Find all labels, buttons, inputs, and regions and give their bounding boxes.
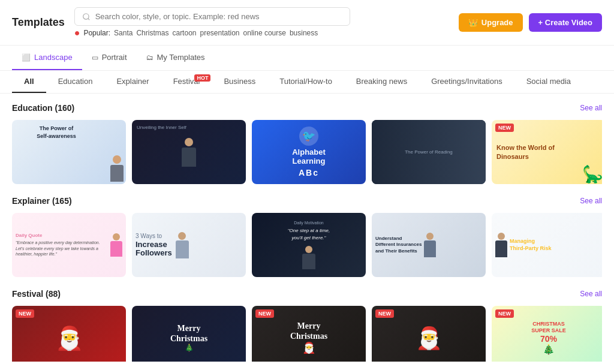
- popular-dot: ●: [74, 28, 80, 38]
- new-badge-fest4: NEW: [375, 309, 394, 318]
- edu-card-3-char: 🐦: [299, 127, 318, 146]
- exp-card-4[interactable]: UnderstandDifferent Insurancesand Their …: [372, 213, 486, 277]
- exp-card-2-title: IncreaseFollowers: [136, 240, 172, 258]
- edu-card-5-text: Know the World ofDinosaurs: [496, 143, 555, 161]
- main-content: Education (160) See all The Power ofSelf…: [0, 94, 614, 362]
- exp-card-2[interactable]: 3 Ways to IncreaseFollowers: [132, 213, 246, 277]
- edu-card-2[interactable]: Unveiling the Inner Self: [132, 120, 246, 184]
- my-templates-label: My Templates: [157, 53, 205, 62]
- section-header-festival: Festival (88) See all: [12, 289, 602, 299]
- edu-card-2-text: Unveiling the Inner Self: [137, 125, 186, 130]
- exp-card-3-person: [302, 246, 315, 269]
- fest-card-4[interactable]: NEW 🎅: [372, 306, 486, 362]
- fest-card-1[interactable]: NEW 🎅: [12, 306, 126, 362]
- exp-card-4-person: [424, 233, 436, 257]
- section-title-festival: Festival (88): [12, 289, 61, 299]
- education-cards-row: The Power ofSelf-awareness Unveiling the…: [12, 120, 602, 184]
- exp-card-5-overlay: ManagingThird-Party Risk: [492, 213, 602, 277]
- popular-tag-cartoon[interactable]: cartoon: [172, 29, 196, 37]
- portrait-label: Portrait: [102, 53, 127, 62]
- edu-card-4-text: The Power of Reading: [405, 149, 453, 155]
- create-label: + Create Video: [538, 18, 592, 27]
- section-title-education: Education (160): [12, 103, 74, 113]
- see-all-explainer[interactable]: See all: [580, 197, 602, 205]
- see-all-festival[interactable]: See all: [580, 290, 602, 298]
- exp-card-2-overlay: 3 Ways to IncreaseFollowers: [132, 213, 246, 277]
- tab-my-templates[interactable]: 🗂 My Templates: [137, 46, 215, 70]
- section-title-explainer: Explainer (165): [12, 196, 72, 206]
- tab-landscape[interactable]: ⬜ Landscape: [12, 46, 82, 70]
- tab-portrait[interactable]: ▭ Portrait: [82, 46, 137, 70]
- new-badge-fest1: NEW: [16, 309, 34, 318]
- fest-card-3[interactable]: NEW MerryChristmas 🎅: [252, 306, 366, 362]
- new-badge-edu5: NEW: [495, 124, 514, 132]
- edu-card-4-overlay: The Power of Reading: [372, 120, 486, 184]
- exp-card-2-sub: 3 Ways to: [136, 233, 172, 239]
- edu-card-4[interactable]: The Power of Reading: [372, 120, 486, 184]
- header: Templates ● Popular: Santa Christmas car…: [0, 0, 614, 46]
- page-title: Templates: [12, 16, 65, 29]
- header-actions: 👑 Upgrade + Create Video: [459, 13, 602, 32]
- category-tab-business[interactable]: Business: [212, 71, 267, 93]
- exp-card-1-text: "Embrace a positive every day determinat…: [16, 240, 108, 257]
- edu-card-1-overlay: The Power ofSelf-awareness: [12, 120, 126, 184]
- exp-card-5-text: ManagingThird-Party Risk: [510, 238, 552, 252]
- section-education: Education (160) See all The Power ofSelf…: [12, 103, 602, 184]
- section-header-explainer: Explainer (165) See all: [12, 196, 602, 206]
- search-icon: [82, 13, 91, 21]
- exp-card-1[interactable]: Daily Quote "Embrace a positive every da…: [12, 213, 126, 277]
- category-tab-greetings[interactable]: Greetings/Invitations: [419, 71, 514, 93]
- category-tabs: All Education Explainer Festival HOT Bus…: [0, 71, 614, 94]
- landscape-icon: ⬜: [22, 53, 31, 62]
- fest-card-2-tree: 🎄: [185, 344, 194, 352]
- my-templates-icon: 🗂: [146, 53, 154, 62]
- exp-card-3-overlay: Daily Motivation "One step at a time,you…: [252, 213, 366, 277]
- section-header-education: Education (160) See all: [12, 103, 602, 113]
- edu-card-3-title: AlphabetLearning: [292, 148, 326, 166]
- popular-tag-business[interactable]: business: [290, 29, 318, 37]
- edu-card-3-overlay: 🐦 AlphabetLearning ABc: [252, 120, 366, 184]
- search-bar[interactable]: [74, 7, 350, 26]
- popular-tag-online-course[interactable]: online course: [243, 29, 286, 37]
- new-badge-fest3: NEW: [255, 309, 274, 318]
- fest-card-3-text: MerryChristmas: [290, 321, 327, 342]
- upgrade-button[interactable]: 👑 Upgrade: [459, 13, 523, 32]
- search-container: ● Popular: Santa Christmas cartoon prese…: [74, 7, 350, 38]
- popular-row: ● Popular: Santa Christmas cartoon prese…: [74, 28, 350, 38]
- category-tab-explainer[interactable]: Explainer: [104, 71, 161, 93]
- category-tab-festival[interactable]: Festival HOT: [161, 71, 212, 93]
- exp-card-3[interactable]: Daily Motivation "One step at a time,you…: [252, 213, 366, 277]
- crown-icon: 👑: [468, 18, 478, 27]
- exp-card-3-label: Daily Motivation: [294, 221, 323, 225]
- edu-card-3[interactable]: 🐦 AlphabetLearning ABc: [252, 120, 366, 184]
- category-tab-social[interactable]: Social media: [514, 71, 583, 93]
- section-explainer: Explainer (165) See all Daily Quote "Emb…: [12, 196, 602, 277]
- fest-card-2[interactable]: MerryChristmas 🎄: [132, 306, 246, 362]
- category-tab-breaking[interactable]: Breaking news: [344, 71, 419, 93]
- exp-card-5[interactable]: ManagingThird-Party Risk: [492, 213, 602, 277]
- fest-card-5-text: CHRISTMASSUPER SALE: [531, 321, 566, 334]
- edu-card-5[interactable]: NEW Know the World ofDinosaurs 🦕: [492, 120, 602, 184]
- edu-card-1[interactable]: The Power ofSelf-awareness: [12, 120, 126, 184]
- category-tab-education[interactable]: Education: [46, 71, 105, 93]
- explainer-cards-row: Daily Quote "Embrace a positive every da…: [12, 213, 602, 277]
- exp-card-4-title: UnderstandDifferent Insurancesand Their …: [375, 236, 422, 254]
- hot-badge: HOT: [194, 74, 210, 82]
- see-all-education[interactable]: See all: [580, 104, 602, 112]
- fest-card-5[interactable]: NEW CHRISTMASSUPER SALE 70% 🎄: [492, 306, 602, 362]
- popular-tag-presentation[interactable]: presentation: [200, 29, 239, 37]
- create-video-button[interactable]: + Create Video: [529, 13, 602, 32]
- exp-card-2-text-block: 3 Ways to IncreaseFollowers: [136, 233, 172, 258]
- search-input[interactable]: [95, 12, 342, 21]
- fest-card-2-text: MerryChristmas: [170, 324, 207, 344]
- popular-tag-christmas[interactable]: Christmas: [136, 29, 168, 37]
- nav-tabs: ⬜ Landscape ▭ Portrait 🗂 My Templates: [0, 46, 614, 71]
- dino-icon: 🦕: [582, 164, 602, 184]
- exp-card-4-text: UnderstandDifferent Insurancesand Their …: [375, 236, 422, 254]
- category-tab-all[interactable]: All: [12, 71, 46, 93]
- edu-card-1-person: [110, 155, 124, 182]
- exp-card-1-overlay: Daily Quote "Embrace a positive every da…: [12, 213, 126, 277]
- category-tab-tutorial[interactable]: Tutorial/How-to: [267, 71, 344, 93]
- edu-card-2-person: [182, 138, 196, 167]
- popular-tag-santa[interactable]: Santa: [114, 29, 133, 37]
